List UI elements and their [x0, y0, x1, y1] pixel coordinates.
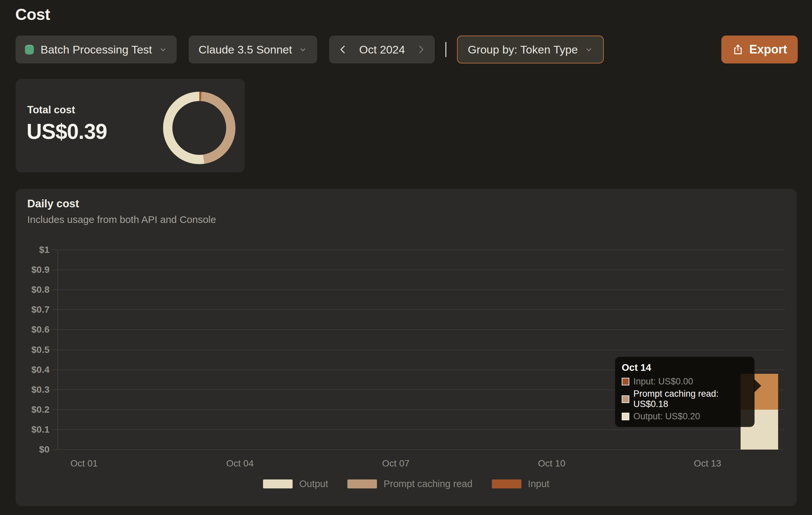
group-by-button[interactable]: Group by: Token Type: [457, 35, 604, 63]
chevron-down-icon: [298, 45, 307, 54]
y-axis-label: $0.5: [32, 345, 50, 355]
month-label: Oct 2024: [359, 43, 405, 56]
tooltip-row-label: Input: US$0.00: [633, 376, 693, 387]
x-axis-label: Oct 10: [538, 458, 565, 469]
y-axis-label: $0.4: [32, 365, 50, 375]
daily-cost-plot-area: $0$0.1$0.2$0.3$0.4$0.5$0.6$0.7$0.8$0.9$1…: [57, 250, 785, 450]
y-gridline: [58, 309, 785, 310]
y-axis-label: $0.7: [32, 304, 50, 315]
tooltip-row: Output: US$0.20: [622, 411, 748, 422]
y-axis-tick: [52, 269, 57, 270]
y-axis-tick: [52, 409, 57, 410]
tooltip-rows: Input: US$0.00Prompt caching read: US$0.…: [622, 376, 748, 422]
x-axis-label: Oct 04: [226, 458, 253, 469]
y-gridline: [58, 250, 785, 250]
chevron-left-icon: [338, 44, 348, 55]
daily-cost-subtitle: Includes usage from both API and Console: [27, 214, 216, 225]
y-gridline: [58, 289, 785, 290]
legend-swatch: [263, 480, 293, 488]
toolbar: Batch Processing Test Claude 3.5 Sonnet …: [16, 35, 798, 63]
chart-legend: OutputPrompt caching readInput: [16, 479, 797, 489]
y-axis-tick: [52, 329, 57, 330]
tooltip-swatch: [622, 395, 629, 403]
model-filter-button[interactable]: Claude 3.5 Sonnet: [188, 35, 318, 63]
y-axis-tick: [52, 349, 57, 350]
y-axis-label: $1: [39, 245, 50, 255]
y-axis-tick: [52, 449, 57, 450]
y-axis-tick: [52, 289, 57, 290]
y-axis-label: $0.3: [32, 384, 50, 395]
month-navigator: Oct 2024: [329, 35, 435, 63]
tooltip-row-label: Output: US$0.20: [633, 411, 700, 422]
tooltip-caret: [754, 379, 761, 393]
y-axis-tick: [52, 369, 57, 370]
legend-label: Output: [299, 479, 328, 489]
y-axis-tick: [52, 250, 57, 250]
workspace-filter-button[interactable]: Batch Processing Test: [16, 35, 177, 63]
legend-label: Input: [528, 479, 550, 489]
total-cost-label: Total cost: [27, 104, 75, 116]
tooltip-row-label: Prompt caching read: US$0.18: [633, 389, 748, 409]
tooltip-swatch: [622, 378, 629, 385]
x-axis-label: Oct 07: [382, 458, 409, 469]
y-axis-tick: [52, 429, 57, 430]
upload-icon: [732, 44, 744, 56]
export-label: Export: [749, 42, 787, 56]
legend-item-input[interactable]: Input: [492, 479, 550, 489]
total-cost-value: US$0.39: [27, 119, 107, 144]
legend-swatch: [492, 480, 521, 488]
cost-page: Cost Batch Processing Test Claude 3.5 So…: [0, 0, 812, 515]
y-axis-label: $0.8: [32, 284, 50, 295]
legend-swatch: [347, 480, 377, 488]
legend-item-output[interactable]: Output: [263, 479, 328, 489]
y-axis-label: $0.1: [32, 424, 50, 435]
model-filter-label: Claude 3.5 Sonnet: [199, 43, 292, 56]
total-cost-card: Total cost US$0.39: [16, 79, 245, 172]
daily-cost-card: Daily cost Includes usage from both API …: [16, 189, 797, 506]
tooltip-row: Prompt caching read: US$0.18: [622, 389, 748, 409]
chevron-right-icon: [415, 44, 426, 55]
y-axis-label: $0: [39, 444, 50, 455]
y-gridline: [58, 269, 785, 270]
chevron-down-icon: [159, 45, 167, 54]
x-axis-label: Oct 13: [694, 458, 721, 469]
y-gridline: [58, 449, 785, 450]
total-cost-donut-chart[interactable]: [163, 92, 235, 164]
chevron-down-icon: [584, 45, 593, 54]
previous-month-button[interactable]: [336, 39, 350, 59]
y-gridline: [58, 349, 785, 350]
y-axis-label: $0.2: [32, 404, 50, 415]
tooltip-swatch: [622, 413, 629, 420]
y-gridline: [58, 429, 785, 430]
y-axis-label: $0.9: [32, 264, 50, 275]
export-button[interactable]: Export: [721, 35, 798, 63]
toolbar-separator: [445, 42, 446, 57]
chart-tooltip: Oct 14 Input: US$0.00Prompt caching read…: [615, 357, 755, 427]
y-axis-tick: [52, 309, 57, 310]
workspace-filter-label: Batch Processing Test: [40, 43, 152, 56]
y-axis-tick: [52, 390, 57, 390]
next-month-button[interactable]: [413, 39, 428, 59]
group-by-label: Group by: Token Type: [468, 43, 578, 56]
tooltip-row: Input: US$0.00: [622, 376, 748, 387]
y-gridline: [58, 329, 785, 330]
legend-label: Prompt caching read: [384, 479, 472, 489]
workspace-status-dot: [25, 45, 34, 55]
page-title: Cost: [15, 5, 50, 24]
daily-cost-title: Daily cost: [27, 197, 79, 210]
tooltip-title: Oct 14: [622, 362, 748, 373]
y-axis-label: $0.6: [32, 324, 50, 335]
x-axis-label: Oct 01: [70, 458, 98, 469]
legend-item-prompt-caching-read[interactable]: Prompt caching read: [347, 479, 472, 489]
